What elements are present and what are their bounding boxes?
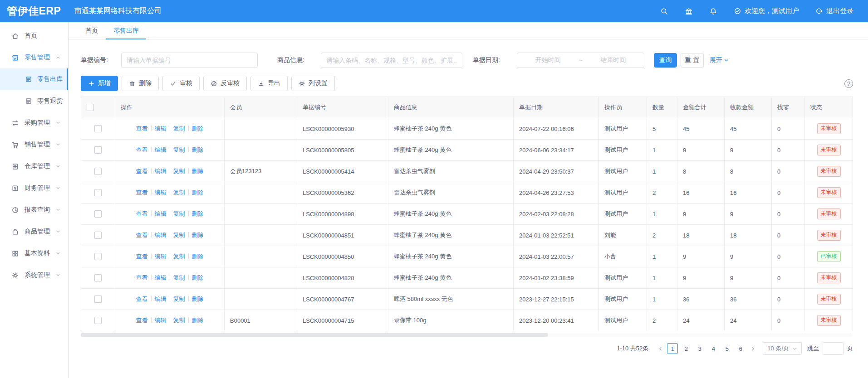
action-edit[interactable]: 编辑: [155, 189, 167, 196]
action-separator: [151, 147, 152, 152]
row-checkbox[interactable]: [94, 253, 102, 260]
prev-page-button[interactable]: [655, 343, 666, 354]
sidebar-item-warehouse[interactable]: 仓库管理: [0, 155, 68, 177]
action-edit[interactable]: 编辑: [155, 232, 167, 238]
action-delete[interactable]: 删除: [192, 317, 204, 324]
page-number-1[interactable]: 1: [667, 343, 678, 354]
delete-button[interactable]: 删除: [122, 76, 159, 91]
action-delete[interactable]: 删除: [192, 189, 204, 196]
sidebar-item-sales[interactable]: 销售管理: [0, 134, 68, 155]
logout-button[interactable]: 退出登录: [815, 7, 853, 15]
tab-retail-outbound[interactable]: 零售出库: [106, 22, 147, 39]
help-icon[interactable]: ?: [844, 79, 853, 88]
action-view[interactable]: 查看: [136, 274, 148, 281]
select-all-checkbox[interactable]: [87, 104, 94, 111]
sidebar-item-goods[interactable]: 商品管理: [0, 221, 68, 242]
sidebar-item-retail[interactable]: 零售管理: [0, 47, 68, 68]
row-checkbox[interactable]: [94, 146, 102, 154]
action-delete[interactable]: 删除: [192, 253, 204, 260]
action-view[interactable]: 查看: [136, 189, 148, 196]
sidebar-item-system[interactable]: 系统管理: [0, 264, 68, 286]
action-copy[interactable]: 复制: [173, 274, 185, 281]
sidebar-item-purchase[interactable]: 采购管理: [0, 112, 68, 134]
action-copy[interactable]: 复制: [173, 296, 185, 302]
row-checkbox[interactable]: [94, 317, 102, 324]
sidebar-item-report[interactable]: 报表查询: [0, 199, 68, 221]
cell-order-no: LSCK00000005805: [297, 140, 388, 161]
expand-link[interactable]: 展开: [710, 56, 729, 64]
action-copy[interactable]: 复制: [173, 146, 185, 153]
page-number-5[interactable]: 5: [721, 343, 732, 354]
action-delete[interactable]: 删除: [192, 125, 204, 132]
sidebar-item-retail-return[interactable]: 零售退货: [0, 90, 68, 112]
action-view[interactable]: 查看: [136, 232, 148, 238]
action-delete[interactable]: 删除: [192, 210, 204, 217]
order-no-input[interactable]: [121, 53, 258, 68]
action-copy[interactable]: 复制: [173, 189, 185, 196]
row-checkbox[interactable]: [94, 210, 102, 218]
action-view[interactable]: 查看: [136, 146, 148, 153]
action-edit[interactable]: 编辑: [155, 168, 167, 174]
row-checkbox[interactable]: [94, 232, 102, 239]
page-number-2[interactable]: 2: [681, 343, 691, 354]
export-button[interactable]: 导出: [250, 76, 288, 91]
search-icon[interactable]: [660, 7, 668, 15]
action-edit[interactable]: 编辑: [155, 296, 167, 302]
action-edit[interactable]: 编辑: [155, 253, 167, 260]
action-separator: [188, 253, 189, 259]
action-view[interactable]: 查看: [136, 317, 148, 324]
action-view[interactable]: 查看: [136, 296, 148, 302]
cell-status: 已审核: [805, 246, 853, 267]
action-view[interactable]: 查看: [136, 253, 148, 260]
cell-received: 18: [725, 225, 772, 246]
next-page-button[interactable]: [747, 343, 758, 354]
bell-icon[interactable]: [709, 7, 717, 15]
action-delete[interactable]: 删除: [192, 296, 204, 302]
page-size-select[interactable]: 10 条/页: [763, 342, 802, 355]
add-button[interactable]: 新增: [81, 76, 118, 91]
bank-icon[interactable]: [685, 7, 693, 15]
row-checkbox[interactable]: [94, 168, 102, 175]
sidebar-item-finance[interactable]: 财务管理: [0, 177, 68, 199]
action-delete[interactable]: 删除: [192, 168, 204, 174]
approve-button[interactable]: 审核: [162, 76, 200, 91]
action-copy[interactable]: 复制: [173, 125, 185, 132]
welcome-user[interactable]: 欢迎您，测试用户: [734, 7, 799, 15]
action-copy[interactable]: 复制: [173, 232, 185, 238]
action-view[interactable]: 查看: [136, 125, 148, 132]
action-copy[interactable]: 复制: [173, 210, 185, 217]
action-edit[interactable]: 编辑: [155, 274, 167, 281]
tab-home[interactable]: 首页: [78, 22, 106, 39]
page-number-3[interactable]: 3: [694, 343, 705, 354]
action-copy[interactable]: 复制: [173, 168, 185, 174]
action-delete[interactable]: 删除: [192, 274, 204, 281]
cell-operator: 测试用户: [599, 204, 647, 225]
action-view[interactable]: 查看: [136, 210, 148, 217]
scrollbar-thumb[interactable]: [81, 333, 548, 337]
product-info-input[interactable]: [321, 53, 462, 68]
page-number-6[interactable]: 6: [735, 343, 746, 354]
column-settings-button[interactable]: 列设置: [291, 76, 335, 91]
sidebar-item-retail-outbound[interactable]: 零售出库: [0, 68, 68, 90]
query-button[interactable]: 查询: [654, 53, 677, 68]
sidebar-item-home[interactable]: 首页: [0, 25, 68, 47]
unapprove-button[interactable]: 反审核: [203, 76, 247, 91]
action-edit[interactable]: 编辑: [155, 125, 167, 132]
action-delete[interactable]: 删除: [192, 232, 204, 238]
row-checkbox[interactable]: [94, 274, 102, 281]
action-copy[interactable]: 复制: [173, 317, 185, 324]
row-checkbox[interactable]: [94, 189, 102, 196]
jump-page-input[interactable]: [823, 342, 843, 355]
action-view[interactable]: 查看: [136, 168, 148, 174]
action-edit[interactable]: 编辑: [155, 317, 167, 324]
sidebar-item-base-data[interactable]: 基本资料: [0, 242, 68, 264]
date-range-input[interactable]: 开始时间 ~ 结束时间: [517, 53, 644, 68]
reset-button[interactable]: 重 置: [681, 53, 704, 68]
action-delete[interactable]: 删除: [192, 146, 204, 153]
action-copy[interactable]: 复制: [173, 253, 185, 260]
action-edit[interactable]: 编辑: [155, 146, 167, 153]
row-checkbox[interactable]: [94, 125, 102, 132]
row-checkbox[interactable]: [94, 296, 102, 303]
page-number-4[interactable]: 4: [708, 343, 719, 354]
action-edit[interactable]: 编辑: [155, 210, 167, 217]
